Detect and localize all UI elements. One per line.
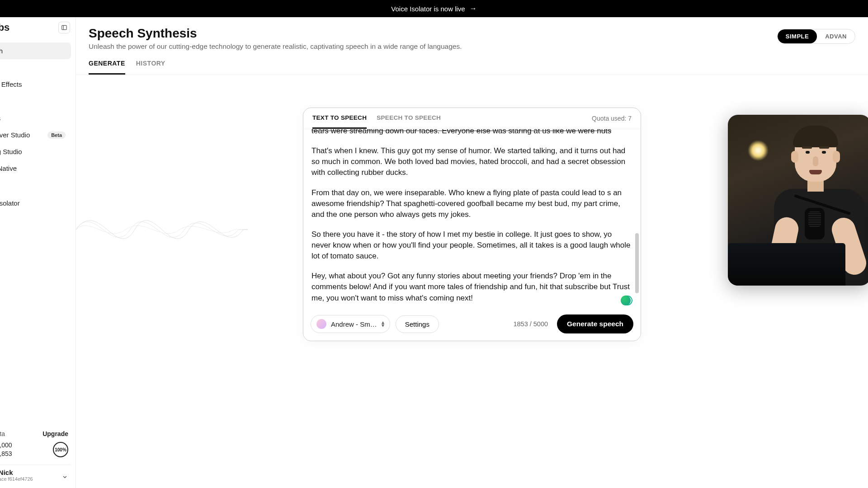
sidebar-collapse-button[interactable]: [58, 22, 70, 33]
voice-avatar-icon: [316, 319, 326, 329]
svg-rect-0: [62, 25, 67, 29]
quota-total: 726,853: [0, 450, 12, 458]
sidebar: Labs ech es nd Effects VS cts eover Stud…: [0, 17, 76, 488]
text-input[interactable]: tears were streaming down our faces. Eve…: [303, 129, 641, 309]
webcam-overlay: [728, 115, 868, 286]
tab-history[interactable]: HISTORY: [136, 60, 165, 75]
page-subtitle: Unleash the power of our cutting-edge te…: [89, 42, 462, 51]
sidebar-nav: ech es nd Effects VS cts eover StudioBet…: [0, 40, 75, 426]
sidebar-section-label: VS: [0, 93, 71, 110]
voice-name: Andrew - Sm…: [331, 320, 377, 328]
sidebar-item-speech[interactable]: ech: [0, 42, 71, 59]
chevron-updown-icon: ▴▾: [382, 321, 384, 327]
upgrade-link[interactable]: Upgrade: [42, 430, 68, 437]
banner-text: Voice Isolator is now live: [391, 5, 465, 13]
mode-simple-button[interactable]: SIMPLE: [778, 29, 817, 43]
quota-used-label: Quota used: 7: [592, 115, 632, 128]
chevron-down-icon: ⌄: [61, 470, 68, 480]
mode-advanced-button[interactable]: ADVAN: [817, 29, 855, 43]
grammarly-widget[interactable]: +: [623, 296, 631, 305]
page-title: Speech Synthesis: [89, 26, 462, 41]
sidebar-item-voices[interactable]: es: [0, 59, 71, 76]
quota-label: quota: [0, 430, 5, 437]
grammarly-logo-icon: [621, 296, 631, 305]
voice-selector[interactable]: Andrew - Sm… ▴▾: [311, 315, 390, 333]
tab-speech-to-speech[interactable]: SPEECH TO SPEECH: [377, 114, 441, 129]
sidebar-item-sound-effects[interactable]: nd Effects: [0, 76, 71, 93]
scrollbar[interactable]: [634, 131, 639, 307]
main-content: Speech Synthesis Unleash the power of ou…: [76, 17, 868, 488]
panel-left-icon: [61, 24, 67, 31]
mode-toggle: SIMPLE ADVAN: [777, 29, 855, 44]
quota-remaining: 500,000: [0, 441, 12, 450]
announcement-banner[interactable]: Voice Isolator is now live →: [0, 0, 868, 17]
sidebar-item-audio-native[interactable]: o Native: [0, 160, 71, 177]
sidebar-item-projects[interactable]: cts: [0, 110, 71, 127]
generate-speech-button[interactable]: Generate speech: [557, 314, 633, 333]
sidebar-item-dubbing-studio[interactable]: ing Studio: [0, 143, 71, 160]
arrow-right-icon: →: [470, 5, 477, 13]
synthesis-card: TEXT TO SPEECH SPEECH TO SPEECH Quota us…: [303, 108, 641, 341]
workspace-id: rkspace f614ef4726: [0, 476, 33, 482]
tab-text-to-speech[interactable]: TEXT TO SPEECH: [312, 114, 367, 129]
page-tabs: GENERATE HISTORY: [76, 51, 868, 75]
quota-percent-badge: 100%: [53, 442, 68, 457]
user-menu[interactable]: ve Nick rkspace f614ef4726 ⌄: [0, 465, 71, 482]
tab-generate[interactable]: GENERATE: [89, 60, 125, 75]
user-name: ve Nick: [0, 469, 33, 476]
sidebar-item-voice-isolator[interactable]: e Isolator: [0, 195, 71, 211]
settings-button[interactable]: Settings: [396, 315, 439, 333]
sidebar-item-voiceover-studio[interactable]: eover StudioBeta: [0, 127, 71, 143]
brand-logo: Labs: [0, 22, 9, 33]
character-count: 1853 / 5000: [513, 320, 548, 328]
beta-badge: Beta: [47, 131, 66, 139]
